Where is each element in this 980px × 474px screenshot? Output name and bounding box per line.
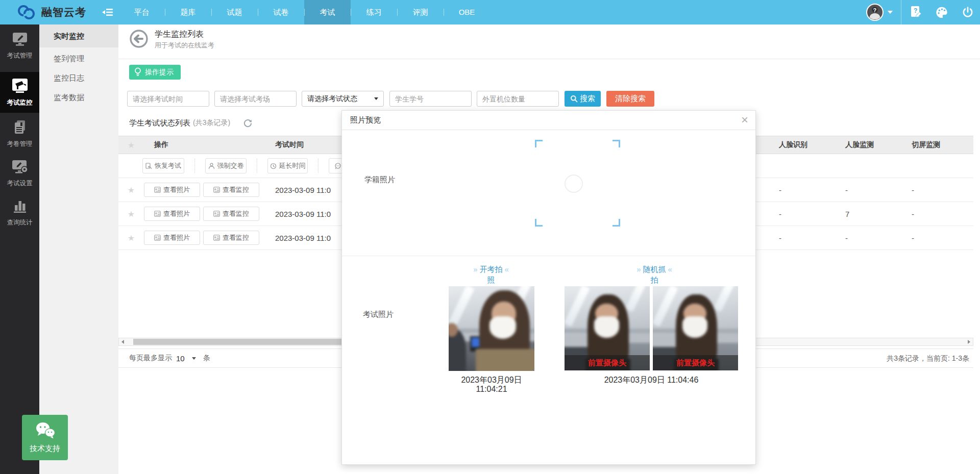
exam-monitor-icon — [11, 78, 29, 96]
camera-placeholder-icon — [565, 174, 583, 193]
scroll-left-arrow[interactable] — [119, 338, 127, 345]
force-submit-button[interactable]: 强制交卷 — [205, 158, 247, 173]
tab-start-photo[interactable]: »开考拍« 照 — [450, 264, 532, 285]
nav-item-practice[interactable]: 练习 — [351, 0, 397, 24]
exam-settings-icon — [11, 159, 29, 177]
sidebar-item-exam-monitor[interactable]: 考试监控 — [0, 72, 39, 113]
divider — [318, 159, 318, 173]
avatar[interactable]: ? — [866, 4, 884, 21]
theme-palette-icon[interactable] — [935, 6, 948, 18]
table-title-bar: 学生考试状态列表 (共3条记录) — [129, 117, 252, 129]
page-size-caret-icon — [192, 357, 196, 360]
nav-item-platform[interactable]: 平台 — [118, 0, 165, 24]
clear-search-button[interactable]: 清除搜索 — [606, 91, 654, 107]
sidebar-item-label: 查询统计 — [7, 218, 33, 227]
exam-status-value: 请选择考试状态 — [307, 94, 357, 104]
nav-item-papers[interactable]: 试卷 — [258, 0, 304, 24]
camera-source-overlay: 前置摄像头 — [565, 355, 650, 370]
enrollment-photo-placeholder — [535, 140, 620, 227]
help-icon[interactable]: ? — [910, 6, 922, 19]
star-icon[interactable]: ★ — [128, 210, 135, 218]
brand-logo-icon — [15, 4, 37, 21]
star-header-icon[interactable]: ★ — [128, 141, 135, 149]
submenu-item-realtime-monitor[interactable]: 实时监控 — [39, 24, 118, 47]
view-monitor-button[interactable]: 查看监控 — [203, 207, 259, 221]
face-monitor-cell: - — [841, 234, 907, 242]
column-header-screen-monitor: 切屏监测 — [907, 140, 973, 149]
student-id-input[interactable] — [389, 91, 472, 107]
random-capture-photo-2[interactable]: 前置摄像头 — [653, 286, 738, 370]
page-size-select[interactable]: 10 — [176, 354, 196, 363]
search-button[interactable]: 搜索 — [565, 91, 601, 107]
face-id-cell: - — [774, 210, 841, 218]
view-photos-button[interactable]: 查看照片 — [144, 183, 200, 197]
brand[interactable]: 融智云考 — [15, 0, 86, 24]
submenu-item-monitor-log[interactable]: 监控日志 — [39, 68, 118, 88]
refresh-icon[interactable] — [243, 119, 252, 128]
wechat-icon — [34, 421, 56, 440]
clock-icon — [270, 163, 277, 169]
record-count: (共3条记录) — [193, 118, 230, 128]
sidebar-item-paper-manage[interactable]: 考卷管理 — [0, 120, 39, 148]
tab-start-text: 开考拍 — [480, 265, 503, 273]
card-icon — [213, 235, 220, 241]
resume-exam-button[interactable]: 恢复考试 — [142, 158, 184, 173]
exam-time-input[interactable] — [127, 91, 209, 107]
card-icon — [213, 211, 220, 217]
sidebar-item-exam-settings[interactable]: 考试设置 — [0, 159, 39, 188]
svg-text:?: ? — [873, 7, 876, 13]
enrollment-photo-label: 学籍照片 — [364, 175, 395, 185]
operation-tips-label: 操作提示 — [145, 68, 174, 77]
sidebar-item-label: 考试管理 — [7, 52, 33, 60]
search-button-label: 搜索 — [580, 94, 595, 104]
external-camera-count-input[interactable] — [477, 91, 559, 107]
start-photo-time: 11:04:21 — [449, 385, 534, 394]
screen-monitor-cell: - — [907, 234, 973, 242]
star-icon[interactable]: ★ — [128, 186, 135, 194]
view-photos-button[interactable]: 查看照片 — [144, 207, 200, 221]
card-icon — [154, 211, 161, 217]
view-monitor-button[interactable]: 查看监控 — [203, 231, 259, 245]
menu-collapse-icon[interactable] — [102, 8, 113, 17]
tech-support-button[interactable]: 技术支持 — [22, 415, 68, 460]
screen-monitor-cell: - — [907, 186, 973, 194]
random-capture-photo-1[interactable]: 前置摄像头 — [565, 286, 650, 370]
submenu-item-checkin-manage[interactable]: 签到管理 — [39, 49, 118, 68]
column-header-operations: 操作 — [144, 140, 273, 149]
sidebar-item-statistics[interactable]: 查询统计 — [0, 198, 39, 227]
sidebar-item-exam-manage[interactable]: 考试管理 — [0, 32, 39, 60]
tab-random-capture[interactable]: »随机抓« 拍 — [614, 264, 695, 285]
random-photo-timestamp: 2023年03月09日 11:04:46 — [565, 376, 738, 385]
close-icon[interactable]: × — [741, 113, 748, 127]
view-photos-button[interactable]: 查看照片 — [144, 231, 200, 245]
resume-exam-label: 恢复考试 — [155, 161, 181, 170]
paper-manage-icon — [12, 120, 28, 137]
primary-sidebar: 考试管理 考试监控 — [0, 24, 39, 474]
nav-item-obe[interactable]: OBE — [444, 0, 490, 24]
pagination-summary: 共3条记录，当前页: 1-3条 — [887, 351, 969, 365]
start-exam-photo[interactable] — [449, 286, 534, 371]
nav-item-exam[interactable]: 考试 — [304, 0, 351, 24]
secondary-sidebar: 实时监控 签到管理 监控日志 监考数据 — [39, 24, 118, 474]
pagination-bar: 每页最多显示 10 条 — [129, 351, 210, 365]
resume-icon — [145, 163, 152, 169]
star-icon[interactable]: ★ — [128, 234, 135, 242]
exam-status-select[interactable]: 请选择考试状态 — [302, 91, 384, 107]
back-button[interactable] — [129, 29, 149, 48]
extend-time-button[interactable]: 延长时间 — [267, 158, 308, 173]
view-monitor-button[interactable]: 查看监控 — [203, 183, 259, 197]
logout-power-icon[interactable] — [962, 6, 974, 18]
view-photos-label: 查看照片 — [163, 233, 190, 242]
message-bubble-icon — [334, 163, 341, 169]
operation-tips-button[interactable]: 操作提示 — [129, 65, 181, 80]
avatar-dropdown-caret[interactable] — [888, 11, 893, 14]
view-photos-label: 查看照片 — [163, 185, 190, 194]
scroll-right-arrow[interactable] — [965, 338, 973, 345]
submenu-item-proctor-data[interactable]: 监考数据 — [39, 88, 118, 107]
nav-item-evaluation[interactable]: 评测 — [397, 0, 444, 24]
nav-item-question-bank[interactable]: 题库 — [165, 0, 211, 24]
face-id-cell: - — [774, 186, 841, 194]
card-icon — [154, 187, 161, 193]
nav-item-questions[interactable]: 试题 — [211, 0, 258, 24]
exam-room-input[interactable] — [214, 91, 297, 107]
